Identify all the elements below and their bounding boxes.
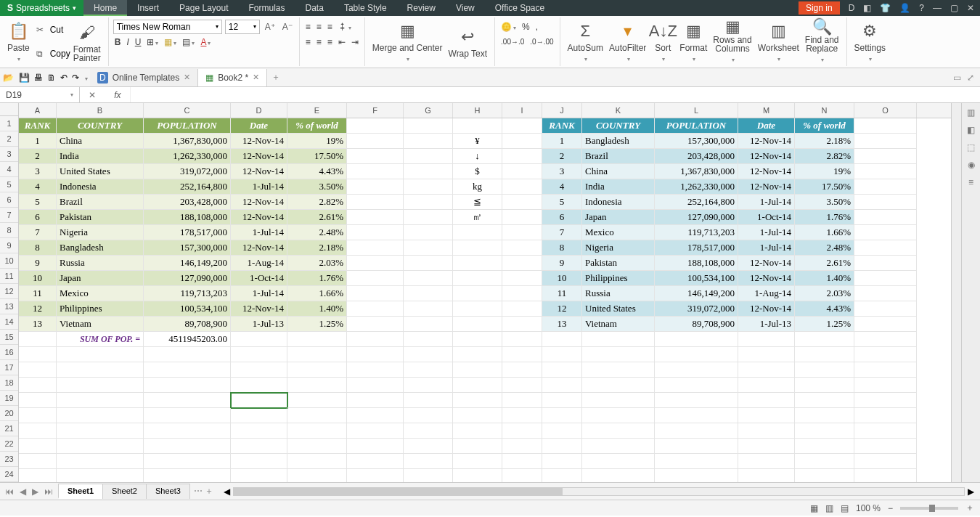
indent-dec-button[interactable]: ⇤	[337, 36, 347, 49]
cell[interactable]: 2.48%	[287, 225, 347, 240]
sidepanel-style-icon[interactable]: ◧	[967, 125, 975, 135]
cell[interactable]: 9	[19, 256, 57, 271]
cell[interactable]	[404, 164, 453, 179]
col-header[interactable]: C	[144, 103, 231, 118]
cell[interactable]: Indonesia	[57, 179, 144, 195]
cell[interactable]	[795, 347, 854, 362]
cell-style-button[interactable]: ▤	[181, 36, 196, 49]
cell[interactable]	[854, 149, 917, 164]
cell[interactable]: Indonesia	[582, 195, 655, 210]
cell[interactable]: 1,367,830,000	[655, 164, 738, 179]
cell[interactable]: 7	[542, 225, 582, 240]
cell[interactable]	[502, 439, 542, 454]
open-icon[interactable]: 📂	[0, 73, 17, 83]
cell[interactable]	[231, 378, 287, 393]
cell[interactable]: 1-Jul-14	[231, 286, 287, 301]
underline-button[interactable]: U	[134, 36, 143, 49]
col-header[interactable]: E	[287, 103, 347, 118]
view-reading-icon[interactable]: ▤	[841, 503, 849, 513]
cell[interactable]: 178,517,000	[655, 240, 738, 256]
help-icon[interactable]: ?	[919, 3, 924, 13]
cell[interactable]: 12-Nov-14	[231, 210, 287, 225]
cell[interactable]	[453, 271, 502, 286]
cell[interactable]	[542, 378, 582, 393]
cell[interactable]	[502, 256, 542, 271]
vscrollbar[interactable]	[951, 103, 961, 482]
cell[interactable]	[453, 118, 502, 134]
cell[interactable]: 12-Nov-14	[231, 301, 287, 317]
cell[interactable]: Vietnam	[582, 317, 655, 332]
cell[interactable]: 3.50%	[287, 179, 347, 195]
worksheet-button[interactable]: ▥Worksheet	[755, 19, 802, 65]
skin-icon[interactable]: ◧	[863, 3, 871, 13]
col-header[interactable]: N	[795, 103, 854, 118]
menu-insert[interactable]: Insert	[127, 0, 169, 16]
cell[interactable]	[854, 210, 917, 225]
cell[interactable]	[347, 439, 404, 454]
cell[interactable]	[347, 225, 404, 240]
autosum-button[interactable]: ΣAutoSum	[565, 19, 606, 65]
cell[interactable]	[231, 423, 287, 439]
menu-review[interactable]: Review	[397, 0, 446, 16]
cell[interactable]	[453, 423, 502, 439]
font-color-button[interactable]: A	[199, 36, 212, 49]
zoom-in-icon[interactable]: ＋	[965, 502, 974, 514]
cell[interactable]: 89,708,900	[144, 317, 231, 332]
cell[interactable]	[502, 118, 542, 134]
cell[interactable]: 12	[542, 301, 582, 317]
cell[interactable]: 12-Nov-14	[231, 195, 287, 210]
cell[interactable]: 9	[542, 256, 582, 271]
row-header[interactable]: 16	[0, 345, 18, 360]
close-icon[interactable]: ✕	[967, 3, 974, 13]
cell[interactable]	[502, 362, 542, 378]
cell[interactable]: 19%	[795, 164, 854, 179]
cell[interactable]: Vietnam	[57, 317, 144, 332]
cell[interactable]	[57, 439, 144, 454]
cell[interactable]: 2	[19, 149, 57, 164]
cell[interactable]: Russia	[582, 286, 655, 301]
col-header[interactable]: K	[582, 103, 655, 118]
cell[interactable]: 178,517,000	[144, 225, 231, 240]
cell[interactable]: 203,428,000	[144, 195, 231, 210]
cell[interactable]	[144, 393, 231, 408]
cell[interactable]	[287, 347, 347, 362]
menu-office-space[interactable]: Office Space	[485, 0, 555, 16]
cell[interactable]	[854, 347, 917, 362]
cell[interactable]	[502, 179, 542, 195]
docer-icon[interactable]: D	[849, 3, 855, 13]
cell[interactable]	[404, 271, 453, 286]
cell[interactable]	[502, 393, 542, 408]
align-bottom-button[interactable]: ≡	[326, 20, 334, 33]
cell[interactable]	[542, 423, 582, 439]
sidepanel-new-icon[interactable]: ▥	[967, 107, 975, 118]
row-header[interactable]: 18	[0, 375, 18, 391]
cell[interactable]	[582, 362, 655, 378]
cell[interactable]: 8	[19, 240, 57, 256]
cell[interactable]: 1,367,830,000	[144, 134, 231, 149]
cell[interactable]: 3	[542, 164, 582, 179]
cell[interactable]: 2.03%	[795, 286, 854, 301]
cell[interactable]: United States	[582, 301, 655, 317]
view-page-icon[interactable]: ▥	[825, 503, 833, 513]
cell[interactable]	[502, 225, 542, 240]
cell[interactable]: China	[582, 164, 655, 179]
cell[interactable]	[404, 362, 453, 378]
cell[interactable]	[502, 301, 542, 317]
close-tab-icon[interactable]: ✕	[184, 73, 190, 82]
cell[interactable]	[347, 149, 404, 164]
cell[interactable]	[582, 378, 655, 393]
cell[interactable]	[144, 362, 231, 378]
cell[interactable]	[19, 454, 57, 469]
cell[interactable]	[854, 423, 917, 439]
cell[interactable]	[854, 271, 917, 286]
cell[interactable]: ↓	[453, 149, 502, 164]
cell[interactable]: 100,534,100	[144, 301, 231, 317]
cell[interactable]	[502, 423, 542, 439]
cell[interactable]: 4511945203.00	[144, 332, 231, 347]
cell[interactable]: 188,108,000	[655, 256, 738, 271]
cell[interactable]: 1.66%	[287, 286, 347, 301]
cell[interactable]	[502, 271, 542, 286]
row-header[interactable]: 19	[0, 391, 18, 406]
row-header[interactable]: 1	[0, 116, 18, 131]
cell[interactable]	[231, 469, 287, 482]
